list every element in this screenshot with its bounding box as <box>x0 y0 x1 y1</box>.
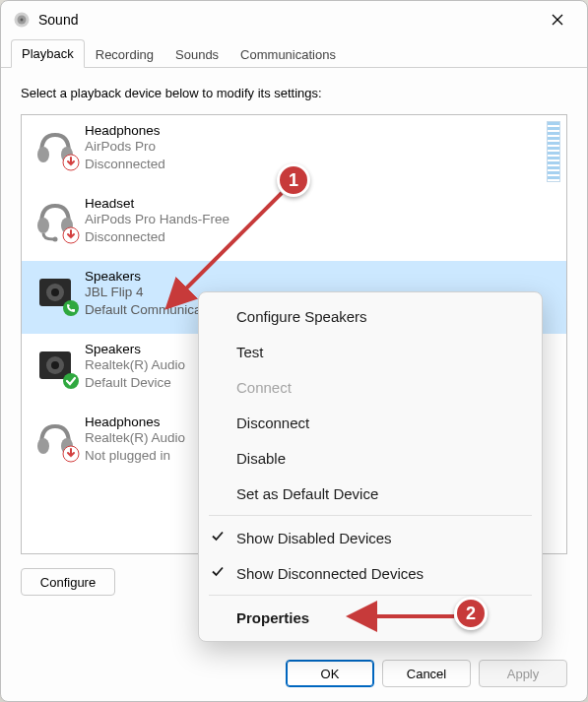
svg-point-2 <box>21 19 24 22</box>
sound-app-icon <box>13 11 31 29</box>
device-name: Speakers <box>85 342 185 356</box>
menu-label: Show Disconnected Devices <box>236 565 424 582</box>
svg-point-20 <box>37 438 49 454</box>
svg-point-15 <box>63 300 79 316</box>
disconnected-overlay-icon <box>62 226 80 244</box>
menu-disable[interactable]: Disable <box>199 440 542 476</box>
apply-button[interactable]: Apply <box>479 660 567 687</box>
device-name: Headphones <box>85 415 185 429</box>
annotation-arrow-1 <box>159 188 296 316</box>
tab-recording[interactable]: Recording <box>85 40 164 68</box>
device-subtitle: Realtek(R) Audio <box>85 356 185 374</box>
svg-line-23 <box>170 193 282 304</box>
close-icon <box>552 14 563 26</box>
tab-sounds[interactable]: Sounds <box>164 40 229 68</box>
headset-icon <box>32 196 79 243</box>
configure-button[interactable]: Configure <box>21 568 115 596</box>
check-icon <box>211 565 225 582</box>
titlebar: Sound <box>1 1 587 38</box>
device-subtitle: Realtek(R) Audio <box>85 429 185 447</box>
svg-point-8 <box>37 218 49 233</box>
phone-overlay-icon <box>62 299 80 317</box>
close-button[interactable] <box>536 5 579 34</box>
svg-point-19 <box>63 373 79 389</box>
check-overlay-icon <box>62 372 80 390</box>
disconnected-overlay-icon <box>62 154 80 171</box>
tab-communications[interactable]: Communications <box>229 40 347 68</box>
headphones-icon <box>32 123 79 170</box>
menu-connect: Connect <box>199 369 542 405</box>
svg-point-5 <box>37 147 49 162</box>
menu-disconnect[interactable]: Disconnect <box>199 405 542 440</box>
sound-dialog: Sound Playback Recording Sounds Communic… <box>0 0 588 702</box>
cancel-button[interactable]: Cancel <box>382 660 471 687</box>
instruction-text: Select a playback device below to modify… <box>21 86 567 100</box>
window-title: Sound <box>38 12 78 28</box>
device-name: Headphones <box>85 123 165 138</box>
tab-playback[interactable]: Playback <box>11 39 85 68</box>
menu-label: Show Disabled Devices <box>236 530 392 546</box>
svg-point-10 <box>53 237 58 242</box>
menu-separator <box>209 595 532 596</box>
annotation-badge-2: 2 <box>454 597 488 630</box>
level-meter <box>547 121 560 182</box>
dialog-buttons: OK Cancel Apply <box>286 660 567 687</box>
speaker-icon <box>32 269 79 316</box>
menu-show-disabled[interactable]: Show Disabled Devices <box>199 520 542 555</box>
device-status: Disconnected <box>85 156 165 173</box>
annotation-arrow-2 <box>346 606 464 626</box>
annotation-badge-1: 1 <box>277 163 310 197</box>
speaker-icon <box>32 342 79 389</box>
device-subtitle: AirPods Pro <box>85 138 165 156</box>
device-status: Default Device <box>85 374 185 392</box>
menu-test[interactable]: Test <box>199 334 542 369</box>
headphones-icon <box>32 415 79 462</box>
svg-point-18 <box>51 361 59 369</box>
context-menu: Configure Speakers Test Connect Disconne… <box>198 291 543 642</box>
menu-set-default[interactable]: Set as Default Device <box>199 476 542 511</box>
check-icon <box>211 530 225 546</box>
ok-button[interactable]: OK <box>286 660 374 687</box>
disconnected-overlay-icon <box>62 445 80 463</box>
svg-point-14 <box>51 288 59 296</box>
tab-strip: Playback Recording Sounds Communications <box>1 38 587 68</box>
menu-show-disconnected[interactable]: Show Disconnected Devices <box>199 555 542 591</box>
device-status: Not plugged in <box>85 447 185 465</box>
menu-separator <box>209 515 532 516</box>
